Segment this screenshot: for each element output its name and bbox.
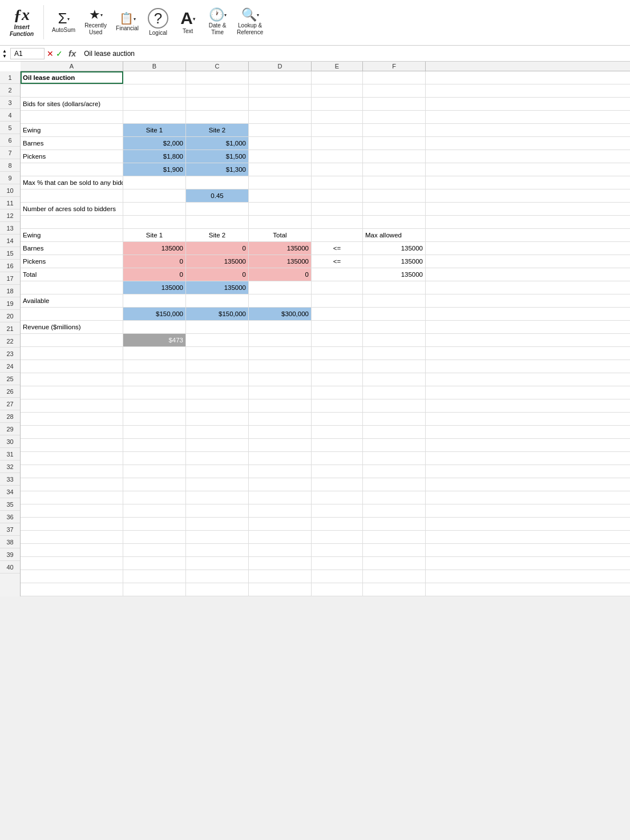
col-header-f[interactable]: F	[363, 62, 426, 71]
cell-d37[interactable]	[249, 544, 312, 556]
cell-d35[interactable]	[249, 518, 312, 530]
cell-e8[interactable]	[312, 163, 363, 176]
cell-c3[interactable]	[186, 98, 249, 110]
cell-d13[interactable]: Total	[249, 229, 312, 241]
cell-d25[interactable]	[249, 386, 312, 399]
cell-d36[interactable]	[249, 531, 312, 543]
cell-b19[interactable]: $150,000	[123, 308, 186, 320]
cell-c17[interactable]: 135000	[186, 281, 249, 294]
cell-a13[interactable]: Ewing	[21, 229, 123, 241]
cell-c10[interactable]: 0.45	[186, 189, 249, 202]
cell-a17[interactable]	[21, 281, 123, 294]
cell-b8[interactable]: $1,900	[123, 163, 186, 176]
cell-c39[interactable]	[186, 570, 249, 583]
row-header-35[interactable]: 35	[0, 498, 20, 511]
cell-b7[interactable]: $1,800	[123, 150, 186, 163]
cell-e9[interactable]	[312, 176, 363, 189]
cell-e32[interactable]	[312, 478, 363, 491]
cell-e38[interactable]	[312, 557, 363, 570]
insert-function-button[interactable]: ƒx Insert Function	[5, 5, 39, 40]
cell-c22[interactable]	[186, 347, 249, 360]
cell-d19[interactable]: $300,000	[249, 308, 312, 320]
row-header-20[interactable]: 20	[0, 310, 20, 322]
row-header-7[interactable]: 7	[0, 147, 20, 159]
cell-f31[interactable]	[363, 465, 426, 478]
confirm-formula-icon[interactable]: ✓	[56, 49, 63, 58]
cell-d2[interactable]	[249, 84, 312, 97]
cell-a29[interactable]	[21, 439, 123, 451]
row-header-30[interactable]: 30	[0, 435, 20, 448]
cell-c16[interactable]: 0	[186, 268, 249, 281]
cell-c4[interactable]	[186, 111, 249, 123]
cell-e25[interactable]	[312, 386, 363, 399]
lookup-reference-button[interactable]: 🔍▾ Lookup & Reference	[233, 6, 266, 38]
cell-b39[interactable]	[123, 570, 186, 583]
cell-a4[interactable]	[21, 111, 123, 123]
cell-f37[interactable]	[363, 544, 426, 556]
cell-c7[interactable]: $1,500	[186, 150, 249, 163]
cell-f23[interactable]	[363, 360, 426, 373]
cell-a5[interactable]: Ewing	[21, 124, 123, 136]
cell-e36[interactable]	[312, 531, 363, 543]
cell-f8[interactable]	[363, 163, 426, 176]
cell-f29[interactable]	[363, 439, 426, 451]
cell-d33[interactable]	[249, 491, 312, 504]
date-time-button[interactable]: 🕐▾ Date & Time	[204, 6, 231, 38]
cell-b35[interactable]	[123, 518, 186, 530]
cell-e35[interactable]	[312, 518, 363, 530]
cell-d26[interactable]	[249, 399, 312, 412]
cell-d16[interactable]: 0	[249, 268, 312, 281]
row-header-4[interactable]: 4	[0, 109, 20, 122]
cell-a18[interactable]: Available	[21, 294, 123, 307]
cell-e13[interactable]	[312, 229, 363, 241]
cell-d17[interactable]	[249, 281, 312, 294]
cell-a28[interactable]	[21, 426, 123, 438]
cell-f4[interactable]	[363, 111, 426, 123]
cell-e17[interactable]	[312, 281, 363, 294]
cell-a27[interactable]	[21, 413, 123, 425]
cell-c11[interactable]	[186, 203, 249, 215]
cell-d38[interactable]	[249, 557, 312, 570]
cell-e3[interactable]	[312, 98, 363, 110]
cell-d40[interactable]	[249, 583, 312, 596]
cell-e19[interactable]	[312, 308, 363, 320]
autosum-button[interactable]: Σ▾ AutoSum	[49, 9, 79, 36]
cell-d11[interactable]	[249, 203, 312, 215]
cell-c27[interactable]	[186, 413, 249, 425]
row-header-17[interactable]: 17	[0, 272, 20, 285]
cell-c36[interactable]	[186, 531, 249, 543]
cell-f12[interactable]	[363, 216, 426, 228]
cell-e29[interactable]	[312, 439, 363, 451]
cell-c12[interactable]	[186, 216, 249, 228]
cell-f20[interactable]	[363, 321, 426, 333]
cell-f38[interactable]	[363, 557, 426, 570]
cell-d3[interactable]	[249, 98, 312, 110]
cell-d39[interactable]	[249, 570, 312, 583]
cell-f15[interactable]: 135000	[363, 255, 426, 268]
cell-d28[interactable]	[249, 426, 312, 438]
cell-c29[interactable]	[186, 439, 249, 451]
row-header-32[interactable]: 32	[0, 461, 20, 473]
cell-d6[interactable]	[249, 137, 312, 150]
cell-f17[interactable]	[363, 281, 426, 294]
row-header-6[interactable]: 6	[0, 134, 20, 147]
cell-e28[interactable]	[312, 426, 363, 438]
cell-a37[interactable]	[21, 544, 123, 556]
cell-d24[interactable]	[249, 373, 312, 386]
cell-c19[interactable]: $150,000	[186, 308, 249, 320]
text-button[interactable]: A▾ Text	[174, 7, 201, 37]
cell-f25[interactable]	[363, 386, 426, 399]
cell-b9[interactable]	[123, 176, 186, 189]
cell-d20[interactable]	[249, 321, 312, 333]
row-header-33[interactable]: 33	[0, 473, 20, 486]
cell-b33[interactable]	[123, 491, 186, 504]
cell-c5[interactable]: Site 2	[186, 124, 249, 136]
cell-f13[interactable]: Max allowed	[363, 229, 426, 241]
cell-c20[interactable]	[186, 321, 249, 333]
cell-f34[interactable]	[363, 504, 426, 517]
cell-b37[interactable]	[123, 544, 186, 556]
cell-a12[interactable]	[21, 216, 123, 228]
cell-c2[interactable]	[186, 84, 249, 97]
cell-f40[interactable]	[363, 583, 426, 596]
cell-c15[interactable]: 135000	[186, 255, 249, 268]
